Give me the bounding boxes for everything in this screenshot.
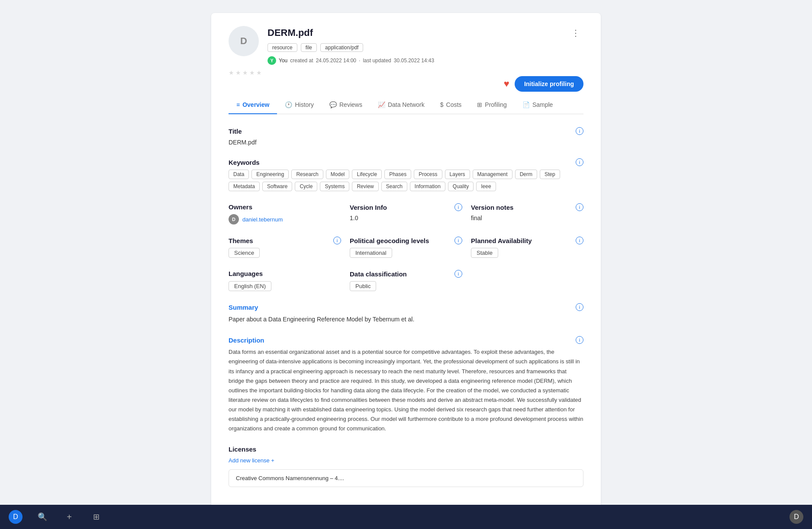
keyword-systems[interactable]: Systems (320, 182, 349, 191)
star-2[interactable]: ★ (235, 69, 241, 76)
planned-availability-info-icon[interactable]: i (576, 237, 583, 244)
version-notes-value: final (471, 215, 583, 221)
keywords-container: Data Engineering Research Model Lifecycl… (229, 170, 583, 191)
tab-costs[interactable]: $ Costs (432, 96, 470, 114)
licenses-label: Licenses (229, 446, 256, 453)
owners-label: Owners (229, 203, 252, 211)
resource-avatar: D (229, 26, 259, 56)
keyword-derm[interactable]: Derm (515, 170, 537, 179)
keyword-software[interactable]: Software (262, 182, 292, 191)
description-text: Data forms an essential organizational a… (229, 347, 583, 433)
initialize-profiling-button[interactable]: Initialize profiling (515, 76, 583, 92)
keyword-cycle[interactable]: Cycle (295, 182, 317, 191)
summary-info-icon[interactable]: i (576, 303, 583, 311)
description-info-icon[interactable]: i (576, 336, 583, 344)
tag-application: application/pdf (320, 43, 363, 52)
star-4[interactable]: ★ (249, 69, 255, 76)
version-info-icon[interactable]: i (454, 203, 462, 211)
themes-value: Science (229, 248, 260, 258)
title-section: Title i DERM.pdf (229, 127, 583, 146)
description-section: Description i Data forms an essential or… (229, 336, 583, 433)
title-info-icon[interactable]: i (576, 127, 583, 135)
summary-section: Summary i Paper about a Data Engineering… (229, 303, 583, 324)
keyword-research[interactable]: Research (291, 170, 323, 179)
keyword-review[interactable]: Review (352, 182, 378, 191)
tab-profiling[interactable]: ⊞ Profiling (469, 96, 515, 114)
star-1[interactable]: ★ (229, 69, 234, 76)
tab-reviews[interactable]: 💬 Reviews (322, 96, 370, 114)
political-geocoding-label: Political geocoding levels (350, 237, 429, 244)
owner-name[interactable]: daniel.tebernum (242, 216, 283, 223)
keyword-model[interactable]: Model (326, 170, 350, 179)
owners-section: Owners D daniel.tebernum (229, 203, 341, 224)
keyword-engineering[interactable]: Engineering (251, 170, 289, 179)
keyword-phases[interactable]: Phases (384, 170, 411, 179)
keywords-info-icon[interactable]: i (576, 158, 583, 166)
description-label: Description (229, 337, 264, 344)
planned-availability-section: Planned Availability i Stable (471, 237, 583, 258)
languages-value: English (EN) (229, 281, 271, 291)
more-options-icon[interactable]: ⋮ (568, 26, 583, 40)
keywords-label: Keywords (229, 159, 260, 166)
keyword-information[interactable]: Information (410, 182, 445, 191)
planned-availability-label: Planned Availability (471, 237, 532, 244)
version-info-section: Version Info i 1.0 (350, 203, 462, 224)
separator: · (359, 58, 360, 64)
keyword-metadata[interactable]: Metadata (229, 182, 260, 191)
keyword-ieee[interactable]: Ieee (476, 182, 496, 191)
profiling-icon: ⊞ (477, 101, 482, 108)
add-license-link[interactable]: Add new license + (229, 457, 274, 464)
political-geocoding-section: Political geocoding levels i Internation… (350, 237, 462, 258)
add-icon-bottom[interactable]: + (62, 510, 76, 524)
keyword-search[interactable]: Search (381, 182, 407, 191)
keyword-lifecycle[interactable]: Lifecycle (352, 170, 382, 179)
languages-section: Languages English (EN) (229, 270, 341, 291)
author-name: You (279, 58, 287, 64)
costs-icon: $ (440, 101, 444, 108)
keyword-quality[interactable]: Quality (448, 182, 474, 191)
version-notes-info-icon[interactable]: i (576, 203, 583, 211)
bottom-bar: D 🔍 + ⊞ D (0, 505, 812, 529)
sample-icon: 📄 (522, 101, 530, 108)
keyword-management[interactable]: Management (473, 170, 512, 179)
star-5[interactable]: ★ (256, 69, 262, 76)
keyword-data[interactable]: Data (229, 170, 249, 179)
user-avatar-bottom[interactable]: D (9, 510, 23, 524)
keywords-section: Keywords i Data Engineering Research Mod… (229, 158, 583, 191)
updated-date: 30.05.2022 14:43 (394, 58, 434, 64)
languages-label: Languages (229, 270, 263, 277)
data-classification-label: Data classification (350, 270, 407, 278)
political-geocoding-info-icon[interactable]: i (454, 237, 462, 244)
tabs-container: ≡ Overview 🕐 History 💬 Reviews 📈 Data Ne… (229, 96, 583, 114)
overview-icon: ≡ (236, 101, 240, 108)
tab-data-network[interactable]: 📈 Data Network (370, 96, 432, 114)
favorite-button[interactable]: ♥ (504, 78, 509, 90)
planned-availability-value: Stable (471, 248, 498, 258)
keyword-layers[interactable]: Layers (445, 170, 470, 179)
tag-file: file (301, 43, 317, 52)
grid-icon-bottom[interactable]: ⊞ (89, 510, 103, 524)
version-notes-section: Version notes i final (471, 203, 583, 224)
star-3[interactable]: ★ (242, 69, 248, 76)
created-label: created at (290, 58, 313, 64)
tab-overview[interactable]: ≡ Overview (229, 96, 277, 114)
version-info-value: 1.0 (350, 215, 462, 221)
license-card[interactable]: Creative Commons Namensnennung – 4.... (229, 469, 583, 487)
title-value: DERM.pdf (229, 139, 257, 146)
themes-info-icon[interactable]: i (333, 237, 341, 244)
tab-history[interactable]: 🕐 History (277, 96, 322, 114)
reviews-icon: 💬 (329, 101, 337, 108)
owner-avatar: D (229, 214, 239, 224)
summary-text: Paper about a Data Engineering Reference… (229, 314, 583, 324)
search-icon-bottom[interactable]: 🔍 (35, 510, 49, 524)
political-geocoding-value: International (350, 248, 392, 258)
data-classification-value: Public (350, 281, 376, 291)
keyword-step[interactable]: Step (540, 170, 560, 179)
user-icon-right[interactable]: D (789, 510, 803, 524)
themes-label: Themes (229, 237, 253, 244)
data-classification-info-icon[interactable]: i (454, 270, 462, 278)
tab-sample[interactable]: 📄 Sample (515, 96, 561, 114)
history-icon: 🕐 (285, 101, 292, 108)
keyword-process[interactable]: Process (414, 170, 442, 179)
author-avatar: Y (267, 56, 276, 65)
